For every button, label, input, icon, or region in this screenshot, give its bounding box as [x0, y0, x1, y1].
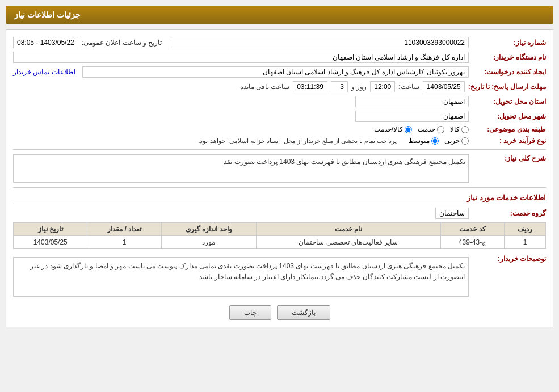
subject-radio-kala[interactable]: [461, 126, 469, 133]
purchase-radio-jozii[interactable]: [461, 137, 469, 145]
print-button[interactable]: چاپ: [229, 305, 271, 320]
subject-option-kala-khedmat[interactable]: کالا/خدمت: [374, 125, 412, 133]
table-row: 1 ج-43-439 سایر فعالیت‌های تخصصی ساختمان…: [14, 236, 546, 249]
page-title: جزئیات اطلاعات نیاز: [14, 10, 81, 19]
back-button[interactable]: بازگشت: [277, 305, 330, 320]
cell-service-code: ج-43-439: [440, 236, 504, 249]
action-buttons: بازگشت چاپ: [13, 305, 546, 320]
buyer-org-value: اداره کل فرهنگ و ارشاد اسلامی استان اصفه…: [13, 52, 469, 63]
purchase-option-motawaset[interactable]: متوسط: [409, 137, 439, 145]
need-number-row: شماره نیاز: 1103003393000022 تاریخ و ساع…: [13, 37, 546, 48]
buyer-org-row: نام دستگاه خریدار: اداره کل فرهنگ و ارشا…: [13, 52, 546, 63]
col-row-num: ردیف: [505, 223, 546, 236]
subject-radio-group: کالا خدمت کالا/خدمت: [374, 125, 469, 133]
creator-row: ایجاد کننده درخواست: بهروز نکوئیان کارشن…: [13, 66, 546, 78]
need-description-value: تکمیل مجتمع فرهنگی هنری اردستان مطابق با…: [13, 154, 469, 183]
col-quantity: تعداد / مقدار: [87, 223, 161, 236]
purchase-radio-group: جزیی متوسط: [409, 137, 469, 145]
purchase-radio-motawaset[interactable]: [431, 137, 439, 145]
col-unit: واحد اندازه گیری: [161, 223, 256, 236]
need-description-label: شرح کلی نیاز:: [472, 154, 546, 162]
cell-unit: مورد: [161, 236, 256, 249]
delivery-city-row: شهر محل تحویل: اصفهان: [13, 111, 546, 122]
purchase-type-row: نوع فرآیند خرید : جزیی متوسط پرداخت تمام…: [13, 137, 546, 145]
delivery-city-value: اصفهان: [355, 111, 469, 122]
service-group-value: ساختمان: [435, 208, 469, 219]
response-days-value: 3: [331, 81, 348, 92]
announcement-date-label: تاریخ و ساعت اعلان عمومی:: [82, 39, 162, 47]
page-header: جزئیات اطلاعات نیاز: [6, 6, 553, 24]
service-group-label: گروه خدمت:: [472, 209, 546, 217]
cell-service-name: سایر فعالیت‌های تخصصی ساختمان: [256, 236, 440, 249]
cell-date: 1403/05/25: [14, 236, 87, 249]
buyer-notes-row: توضیحات خریدار: تکمیل مجتمع فرهنگی هنری …: [13, 255, 546, 297]
delivery-province-row: استان محل تحویل: اصفهان: [13, 96, 546, 107]
col-service-code: کد خدمت: [440, 223, 504, 236]
creator-value: بهروز نکوئیان کارشناس اداره کل فرهنگ و ا…: [82, 66, 469, 78]
creator-label: ایجاد کننده درخواست:: [472, 68, 546, 76]
cell-row-num: 1: [505, 236, 546, 249]
subject-option-kala[interactable]: کالا: [450, 125, 469, 133]
remaining-time-value: 03:11:39: [293, 81, 327, 92]
response-time-value: 12:00: [370, 81, 395, 92]
response-deadline-label: مهلت ارسال پاسخ: تا تاریخ:: [468, 83, 546, 91]
remaining-label: ساعت باقی مانده: [240, 83, 290, 91]
subject-radio-khedmat[interactable]: [437, 126, 444, 133]
response-date-value: 1403/05/25: [423, 81, 465, 92]
services-section-title: اطلاعات خدمات مورد نیاز: [13, 193, 546, 204]
service-group-row: گروه خدمت: ساختمان: [13, 208, 546, 219]
announcement-date-value: 1403/05/22 - 08:05: [13, 37, 78, 48]
contact-link[interactable]: اطلاعات تماس خریدار: [13, 68, 75, 76]
buyer-org-label: نام دستگاه خریدار:: [472, 53, 546, 61]
delivery-province-label: استان محل تحویل:: [472, 98, 546, 106]
purchase-notice: پرداخت تمام یا بخشی از مبلغ خریدار از مح…: [198, 137, 397, 145]
response-deadline-row: مهلت ارسال پاسخ: تا تاریخ: 1403/05/25 سا…: [13, 81, 546, 92]
delivery-province-value: اصفهان: [355, 96, 469, 107]
buyer-notes-value: تکمیل مجتمع فرهنگی هنری اردستان مطابق با…: [13, 257, 469, 297]
buyer-notes-label: توضیحات خریدار:: [472, 255, 546, 263]
response-days-label: روز و: [351, 83, 367, 91]
delivery-city-label: شهر محل تحویل:: [472, 112, 546, 120]
purchase-type-label: نوع فرآیند خرید :: [472, 137, 546, 145]
col-service-name: نام خدمت: [256, 223, 440, 236]
purchase-option-jozii[interactable]: جزیی: [444, 137, 469, 145]
subject-label: طبقه بندی موضوعی:: [472, 125, 546, 133]
need-number-label: شماره نیاز:: [472, 39, 546, 47]
col-date: تاریخ نیاز: [14, 223, 87, 236]
need-description-row: شرح کلی نیاز: تکمیل مجتمع فرهنگی هنری ار…: [13, 154, 546, 183]
services-table: ردیف کد خدمت نام خدمت واحد اندازه گیری ت…: [13, 222, 546, 249]
subject-radio-kala-khedmat[interactable]: [405, 126, 412, 133]
need-number-value: 1103003393000022: [171, 37, 469, 48]
cell-quantity: 1: [87, 236, 161, 249]
subject-option-khedmat[interactable]: خدمت: [418, 125, 444, 133]
response-time-label: ساعت:: [398, 83, 419, 91]
subject-row: طبقه بندی موضوعی: کالا خدمت کالا/خدمت: [13, 125, 546, 133]
